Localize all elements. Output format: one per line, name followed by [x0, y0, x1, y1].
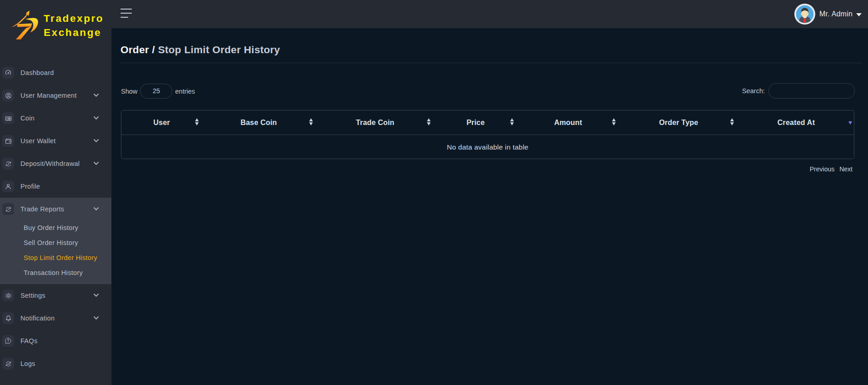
svg-text:$: $ — [8, 162, 9, 165]
svg-text:log: log — [7, 363, 10, 365]
svg-text:%: % — [7, 208, 9, 210]
